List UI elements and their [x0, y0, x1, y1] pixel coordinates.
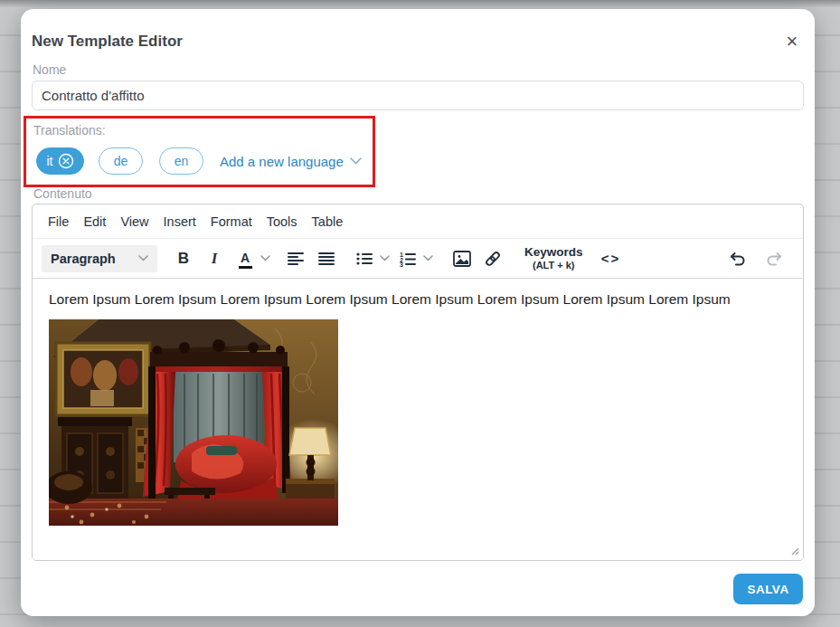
bold-button[interactable]: B: [172, 245, 195, 272]
redo-icon[interactable]: [763, 245, 787, 272]
menu-format[interactable]: Format: [203, 211, 260, 233]
translations-label: Translations:: [33, 123, 106, 138]
insert-link-icon[interactable]: [481, 245, 505, 272]
align-left-icon[interactable]: [284, 245, 307, 272]
editor-statusbar: [33, 539, 803, 560]
save-button[interactable]: SALVA: [733, 574, 803, 604]
dimmed-topbar: [0, 0, 840, 7]
undo-redo-group: [725, 245, 787, 272]
language-pill-it-label: it: [47, 154, 53, 168]
nome-input[interactable]: [32, 81, 804, 110]
language-pill-en[interactable]: en: [159, 147, 203, 175]
chevron-down-icon: [350, 157, 362, 165]
language-pill-it[interactable]: it: [36, 147, 84, 175]
close-icon[interactable]: ×: [781, 31, 803, 52]
svg-text:3: 3: [400, 261, 403, 267]
align-justify-icon[interactable]: [315, 245, 338, 272]
bullet-list-icon[interactable]: [353, 245, 376, 272]
content-paragraph: Lorem Ipsum Lorem Ipsum Lorem Ipsum Lore…: [49, 291, 787, 308]
paragraph-format-label: Paragraph: [51, 252, 116, 266]
editor-menubar: File Edit View Insert Format Tools Table: [33, 204, 803, 239]
bullet-list-chevron-icon[interactable]: [376, 245, 392, 272]
language-pill-de-label: de: [114, 154, 128, 168]
content-image-bedroom[interactable]: [49, 319, 338, 526]
undo-icon[interactable]: [725, 245, 749, 272]
chevron-down-icon: [138, 255, 148, 261]
menu-table[interactable]: Table: [305, 211, 351, 233]
italic-button[interactable]: I: [203, 245, 226, 272]
remove-language-icon[interactable]: [58, 153, 74, 169]
keywords-shortcut: (ALT + k): [533, 260, 575, 271]
rich-text-editor: File Edit View Insert Format Tools Table…: [32, 204, 804, 561]
menu-insert[interactable]: Insert: [156, 211, 203, 233]
nome-label: Nome: [33, 62, 66, 77]
text-color-swatch: [239, 266, 252, 269]
screen: New Template Editor × Nome Translations:…: [0, 0, 840, 627]
editor-content-area[interactable]: Lorem Ipsum Lorem Ipsum Lorem Ipsum Lore…: [33, 279, 803, 539]
text-color-label: A: [241, 252, 250, 264]
keywords-label: Keywords: [524, 245, 583, 260]
language-pill-de[interactable]: de: [99, 147, 143, 175]
menu-file[interactable]: File: [41, 211, 76, 233]
insert-image-icon[interactable]: [450, 245, 474, 272]
text-color-button[interactable]: A: [233, 245, 257, 272]
keywords-button[interactable]: Keywords (ALT + k): [519, 245, 589, 272]
source-code-icon[interactable]: <>: [599, 245, 623, 272]
add-language-dropdown[interactable]: Add a new language: [220, 154, 362, 169]
numbered-list-chevron-icon[interactable]: [420, 245, 436, 272]
menu-view[interactable]: View: [113, 211, 156, 233]
language-pill-en-label: en: [175, 154, 189, 168]
dialog-title: New Template Editor: [32, 33, 183, 51]
add-language-label: Add a new language: [220, 154, 344, 169]
menu-tools[interactable]: Tools: [260, 211, 305, 233]
editor-toolbar: Paragraph B I A: [33, 239, 803, 279]
new-template-editor-dialog: New Template Editor × Nome Translations:…: [21, 9, 815, 616]
menu-edit[interactable]: Edit: [76, 211, 113, 233]
contenuto-label: Contenuto: [33, 186, 92, 201]
numbered-list-icon[interactable]: 1 2 3: [396, 245, 420, 272]
resize-handle-icon[interactable]: [789, 546, 799, 556]
paragraph-format-select[interactable]: Paragraph: [42, 245, 157, 272]
language-pills: it de en Add a new language: [36, 147, 362, 175]
text-color-chevron-icon[interactable]: [257, 245, 273, 272]
